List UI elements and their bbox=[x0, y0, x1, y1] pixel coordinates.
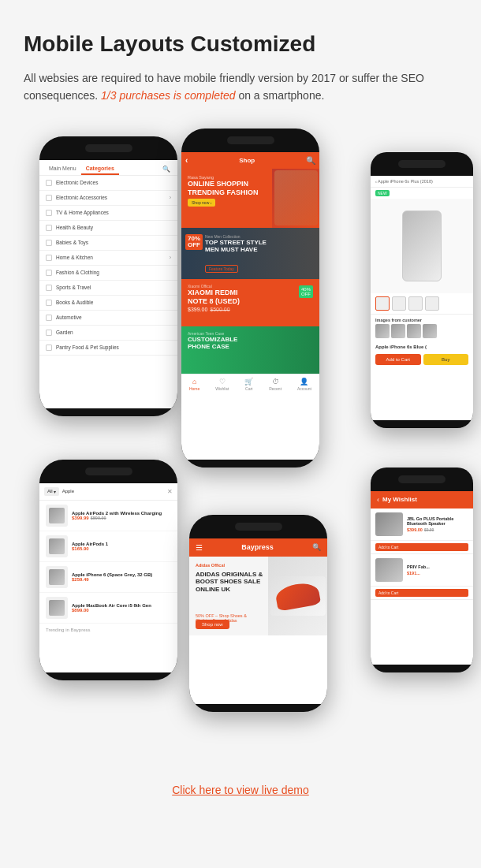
search-all-label: All bbox=[47, 489, 53, 494]
shop-banner-4: American Teen Case CUSTOMIZABLEPHONE CAS… bbox=[181, 326, 319, 374]
wishlist-price-1: $399.00$0.00 bbox=[407, 527, 468, 532]
baypress-shop-btn[interactable]: Shop now bbox=[196, 620, 229, 629]
product-new-badge: NEW bbox=[375, 190, 390, 196]
nav-wishlist: ♡ Wishlist bbox=[215, 378, 229, 391]
wishlist-price-2: $191... bbox=[407, 571, 468, 576]
account-icon: 👤 bbox=[300, 378, 308, 386]
banner3-badge: 40%OFF bbox=[299, 285, 313, 298]
baypress-banner: Adidas Offical ADIDAS ORIGINALS &BOOST S… bbox=[189, 557, 327, 635]
desc-text-end: on a smartphone. bbox=[236, 89, 325, 102]
result-info-4: Apple MacBook Air Core i5 8th Gen $899.0… bbox=[72, 603, 171, 613]
shop-back-icon: ‹ bbox=[185, 156, 188, 165]
tab-categories: Categories bbox=[81, 163, 119, 175]
wishlist-name-2: PRIV Fab... bbox=[407, 564, 468, 569]
cat-icon-4 bbox=[46, 225, 52, 231]
result-info-3: Apple iPhone 6 (Space Grey, 32 GB) $259.… bbox=[72, 572, 171, 582]
wishlist-info-1: JBL Go PLUS PortableBluetooth Speaker $3… bbox=[407, 516, 468, 532]
trending-label: Trending in Baypress bbox=[39, 624, 177, 635]
wishlist-add-row-1: Add to Cart bbox=[371, 541, 473, 554]
shop-banner-2: 70%OFF New Men Collection TOP STREET STY… bbox=[181, 228, 319, 279]
cat-label-7: Fashion & Clothing bbox=[56, 270, 99, 275]
cat-item-11: Garden bbox=[39, 326, 177, 341]
cart-icon: 🛒 bbox=[244, 378, 253, 386]
wishlist-add-btn-2[interactable]: Add to Cart bbox=[375, 589, 468, 597]
banner3-price-old: $500.00 bbox=[210, 307, 229, 312]
search-result-2: Apple AirPods 1 $165.90 bbox=[39, 531, 177, 562]
cat-label-9: Books & Audible bbox=[56, 300, 93, 305]
wishlist-add-btn-1[interactable]: Add to Cart bbox=[375, 543, 468, 551]
banner2-title: TOP STREET STYLEMEN MUST HAVE bbox=[205, 239, 267, 254]
wishlist-add-row-2: Add to Cart bbox=[371, 587, 473, 600]
banner2-text: New Men Collection TOP STREET STYLEMEN M… bbox=[205, 234, 267, 254]
recent-icon: ⏱ bbox=[272, 378, 279, 386]
banner3-title: XIAOMI REDMINOTE 8 (USED) bbox=[188, 289, 240, 306]
thumb-4 bbox=[425, 296, 439, 311]
product-thumbnails bbox=[371, 293, 473, 315]
cat-item-10: Automotive bbox=[39, 311, 177, 326]
phone-wishlist: ‹ My Wishlist JBL Go PLUS PortableBlueto… bbox=[371, 468, 473, 672]
page-wrapper: Mobile Layouts Customized All websies ar… bbox=[0, 0, 481, 836]
buy-button[interactable]: Buy bbox=[423, 354, 469, 365]
wishlist-icon: ♡ bbox=[219, 378, 226, 386]
cat-item-3: TV & Home Appliances bbox=[39, 206, 177, 221]
cat-icon-7 bbox=[46, 270, 52, 276]
review-img-1 bbox=[375, 324, 390, 338]
product-image-area bbox=[371, 199, 473, 293]
result-price-1: $399.99$899.00 bbox=[72, 516, 171, 520]
banner3-price: $399.00$500.00 bbox=[188, 307, 240, 312]
banner4-title: CUSTOMIZABLEPHONE CASE bbox=[188, 336, 237, 350]
wishlist-img-2 bbox=[375, 558, 403, 582]
search-dropdown-icon: ▾ bbox=[54, 489, 56, 494]
shop-header: ‹ Shop 🔍 bbox=[181, 152, 319, 169]
phone-product: ‹ Apple iPhone 6s Plus (2018) NEW Images… bbox=[371, 152, 473, 428]
baypress-action-icons: 🔍 bbox=[312, 543, 321, 551]
nav-cart-label: Cart bbox=[245, 386, 252, 391]
banner2-btn: Feature Today bbox=[205, 265, 238, 273]
wishlist-title: My Wishlist bbox=[382, 496, 417, 503]
home-icon: ⌂ bbox=[192, 378, 196, 386]
result-img-2 bbox=[46, 535, 68, 557]
cat-label-6: Home & Kitchen bbox=[56, 255, 93, 260]
result-price-old-1: $899.00 bbox=[91, 516, 106, 520]
cat-icon-3 bbox=[46, 210, 52, 216]
cat-icon-11 bbox=[46, 330, 52, 336]
wishlist-item-1: JBL Go PLUS PortableBluetooth Speaker $3… bbox=[371, 509, 473, 541]
shop-banner-1: Rasa Sayang ONLINE SHOPPINTRENDING FASHI… bbox=[181, 169, 319, 228]
thumb-2 bbox=[392, 296, 406, 311]
cat-label-1: Electronic Devices bbox=[56, 180, 98, 185]
nav-account-label: Account bbox=[297, 386, 311, 391]
search-close-icon[interactable]: ✕ bbox=[167, 488, 173, 495]
cat-item-12: Pantry Food & Pet Supplies bbox=[39, 341, 177, 356]
phone-wishlist-screen: ‹ My Wishlist JBL Go PLUS PortableBlueto… bbox=[371, 491, 473, 665]
cat-icon-6 bbox=[46, 255, 52, 261]
review-img-4 bbox=[423, 324, 437, 338]
cat-item-8: Sports & Travel bbox=[39, 281, 177, 296]
search-icon: 🔍 bbox=[160, 163, 173, 175]
cat-icon-12 bbox=[46, 345, 52, 351]
cat-label-10: Automotive bbox=[56, 315, 82, 320]
baypress-menu-icon: ☰ bbox=[196, 543, 203, 552]
cat-icon-2 bbox=[46, 195, 52, 201]
nav-cart: 🛒 Cart bbox=[244, 378, 253, 391]
search-result-1: Apple AirPods 2 with Wireless Charging $… bbox=[39, 501, 177, 531]
result-img-4 bbox=[46, 597, 68, 619]
cat-label-2: Electronic Accessories bbox=[56, 195, 107, 200]
baypress-shoe-img bbox=[268, 557, 327, 635]
cat-label-5: Babies & Toys bbox=[56, 240, 88, 245]
add-to-cart-button[interactable]: Add to Cart bbox=[375, 354, 421, 365]
wishlist-img-1 bbox=[375, 512, 403, 536]
result-info-1: Apple AirPods 2 with Wireless Charging $… bbox=[72, 511, 171, 520]
product-reviews-label: Images from customer bbox=[371, 315, 473, 324]
cat-item-5: Babies & Toys bbox=[39, 236, 177, 251]
cat-icon-8 bbox=[46, 285, 52, 291]
tab-main-menu: Main Menu bbox=[44, 163, 81, 175]
wishlist-back-icon: ‹ bbox=[377, 496, 379, 504]
cat-arrow-6: › bbox=[170, 255, 171, 260]
product-header: ‹ Apple iPhone 6s Plus (2018) bbox=[371, 176, 473, 188]
baypress-search-icon: 🔍 bbox=[312, 543, 321, 551]
demo-link[interactable]: Click here to view live demo bbox=[172, 784, 309, 796]
baypress-logo: Baypress bbox=[241, 543, 274, 551]
cat-label-4: Health & Beauty bbox=[56, 225, 93, 230]
result-img-inner-4 bbox=[49, 600, 65, 616]
search-bar: All ▾ Apple ✕ bbox=[39, 483, 177, 501]
